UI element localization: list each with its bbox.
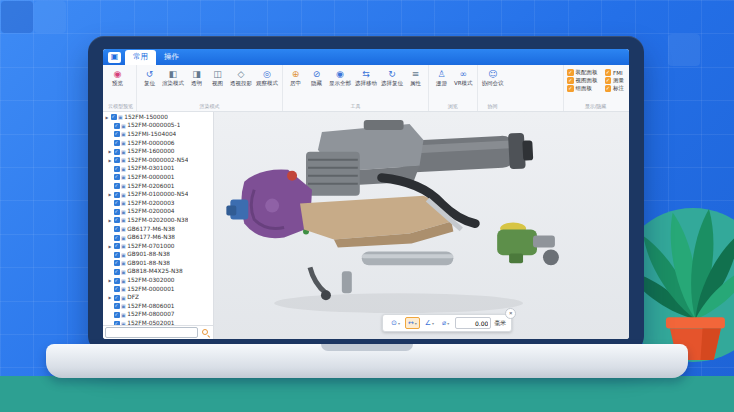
- panel-checkbox[interactable]: FMI: [605, 69, 625, 76]
- measure-distance-tool[interactable]: ↔: [405, 317, 420, 329]
- ribbon-button[interactable]: ♙漫游: [432, 67, 451, 88]
- tree-checkbox[interactable]: [114, 140, 120, 146]
- tree-checkbox[interactable]: [114, 217, 120, 223]
- tree-checkbox[interactable]: [111, 114, 117, 120]
- bg-decor-tile: [34, 1, 66, 33]
- tree-item[interactable]: 152FM-0301001: [103, 165, 213, 174]
- tree-item[interactable]: 152FM-0200004: [103, 208, 213, 217]
- tree-checkbox[interactable]: [114, 200, 120, 206]
- ribbon-button[interactable]: ◨透明: [187, 67, 206, 88]
- tree-item[interactable]: 152FM-0000001: [103, 173, 213, 182]
- expand-arrow-icon[interactable]: [108, 278, 112, 283]
- ribbon-button[interactable]: ◎观察模式: [255, 67, 279, 88]
- ribbon-group-label: 云模型预览: [108, 103, 133, 110]
- expand-arrow-icon[interactable]: [108, 295, 112, 300]
- ribbon-button[interactable]: ⊘隐藏: [307, 67, 326, 88]
- tree-item[interactable]: GB6177-M6-N38: [103, 233, 213, 242]
- tree-checkbox[interactable]: [114, 149, 120, 155]
- tree-checkbox[interactable]: [114, 131, 120, 137]
- tree-checkbox[interactable]: [114, 278, 120, 284]
- tree-item[interactable]: 152FM-0200003: [103, 199, 213, 208]
- expand-arrow-icon[interactable]: [108, 158, 112, 163]
- tree-checkbox[interactable]: [114, 312, 120, 318]
- measure-radius-tool[interactable]: ⌀: [439, 317, 452, 329]
- ribbon-group: ⊕居中⊘隐藏◉显示全部⇆选择移动↻选择复位≡属性工具: [282, 65, 428, 111]
- ribbon-button[interactable]: ≡属性: [406, 67, 425, 88]
- tree-item[interactable]: 152FM-0202000-N38: [103, 216, 213, 225]
- expand-arrow-icon[interactable]: [105, 115, 109, 120]
- tree-checkbox[interactable]: [114, 174, 120, 180]
- measure-tools: ⊙↔∠⌀: [388, 317, 452, 329]
- expand-arrow-icon[interactable]: [108, 218, 112, 223]
- ribbon-button[interactable]: ⊕居中: [286, 67, 305, 88]
- tree-item[interactable]: GB818-M4X25-N38: [103, 268, 213, 277]
- panel-checkbox[interactable]: 测量: [605, 77, 625, 84]
- checkbox-icon: [605, 69, 612, 76]
- ribbon-button-label: 复位: [144, 80, 155, 86]
- tree-item[interactable]: DFZ: [103, 293, 213, 302]
- tree-item[interactable]: GB901-88-N38: [103, 251, 213, 260]
- search-input[interactable]: [105, 327, 198, 338]
- tree-item[interactable]: 152FM-0806001: [103, 302, 213, 311]
- tree-item[interactable]: 152FM-0000005-1: [103, 122, 213, 131]
- ribbon-button[interactable]: ◇透视投影: [229, 67, 253, 88]
- tree-item[interactable]: 152FM-1600000: [103, 147, 213, 156]
- tree-checkbox[interactable]: [114, 123, 120, 129]
- measure-value-input[interactable]: [455, 317, 491, 329]
- ribbon-button[interactable]: ☺协同会议: [481, 67, 505, 88]
- tree-item-label: GB901-88-N38: [127, 260, 170, 267]
- panel-checkbox[interactable]: 视图面板: [567, 77, 598, 84]
- measure-point-tool[interactable]: ⊙: [388, 317, 403, 329]
- tree-checkbox[interactable]: [114, 192, 120, 198]
- tree-item[interactable]: 152FM-0206001: [103, 182, 213, 191]
- expand-arrow-icon[interactable]: [108, 244, 112, 249]
- tree-item[interactable]: 152FM-0000006: [103, 139, 213, 148]
- ribbon-button[interactable]: ◉预览: [108, 67, 127, 88]
- panel-checkbox[interactable]: 标注: [605, 85, 625, 92]
- tree-item[interactable]: GB6177-M6-N38: [103, 225, 213, 234]
- tree-item[interactable]: 152FM-0302000: [103, 276, 213, 285]
- tree-checkbox[interactable]: [114, 226, 120, 232]
- tree-checkbox[interactable]: [114, 166, 120, 172]
- menu-tab[interactable]: 操作: [156, 50, 187, 65]
- expand-arrow-icon[interactable]: [108, 192, 112, 197]
- ribbon-button[interactable]: ◉显示全部: [328, 67, 352, 88]
- tree-checkbox[interactable]: [114, 209, 120, 215]
- ribbon-button[interactable]: ◫视图: [208, 67, 227, 88]
- search-icon[interactable]: [200, 327, 211, 338]
- tree-item[interactable]: 152FMI-1504004: [103, 130, 213, 139]
- tree-item[interactable]: GB901-88-N38: [103, 259, 213, 268]
- ribbon-button[interactable]: ↻选择复位: [380, 67, 404, 88]
- tree-checkbox[interactable]: [114, 243, 120, 249]
- ribbon-button[interactable]: ↺复位: [140, 67, 159, 88]
- tree-checkbox[interactable]: [114, 286, 120, 292]
- tree-checkbox[interactable]: [114, 252, 120, 258]
- tree-checkbox[interactable]: [114, 157, 120, 163]
- ribbon-button[interactable]: ∞VR模式: [453, 67, 474, 88]
- tree-item[interactable]: 152FM-0800007: [103, 311, 213, 320]
- tree-checkbox[interactable]: [114, 303, 120, 309]
- tree-item[interactable]: 152FM-0000001: [103, 285, 213, 294]
- app-logo-icon[interactable]: [108, 52, 121, 63]
- ribbon-button[interactable]: ⇆选择移动: [354, 67, 378, 88]
- ribbon-button-label: 透明: [191, 80, 202, 86]
- menu-tab[interactable]: 常用: [125, 50, 156, 65]
- measure-angle-icon: ∠: [425, 319, 431, 327]
- tree-checkbox[interactable]: [114, 269, 120, 275]
- tree-checkbox[interactable]: [114, 183, 120, 189]
- ribbon-button[interactable]: ◧渲染模式: [161, 67, 185, 88]
- meeting-icon: ☺: [488, 69, 497, 79]
- ribbon-button-label: 协同会议: [482, 80, 504, 86]
- tree-checkbox[interactable]: [114, 295, 120, 301]
- tree-item[interactable]: 152FM-0100000-N54: [103, 190, 213, 199]
- tree-item[interactable]: 152FM-0000002-N54: [103, 156, 213, 165]
- tree-item[interactable]: 152FM-150000: [103, 113, 213, 122]
- tree-item[interactable]: 152FM-0701000: [103, 242, 213, 251]
- panel-checkbox[interactable]: 组面板: [567, 85, 598, 92]
- measure-angle-tool[interactable]: ∠: [422, 317, 437, 329]
- tree-checkbox[interactable]: [114, 260, 120, 266]
- expand-arrow-icon[interactable]: [108, 149, 112, 154]
- viewport-3d[interactable]: ⊙↔∠⌀ 毫米: [214, 112, 629, 339]
- panel-checkbox[interactable]: 装配面板: [567, 69, 598, 76]
- tree-checkbox[interactable]: [114, 235, 120, 241]
